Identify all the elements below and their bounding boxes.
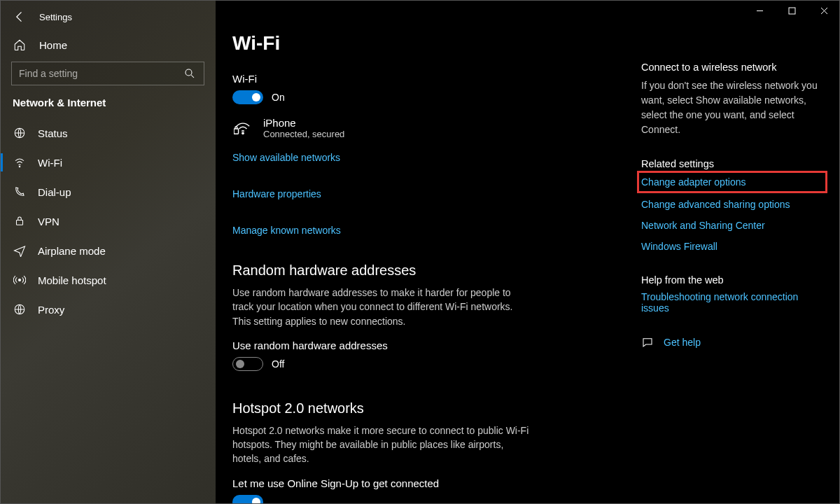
show-available-networks-link[interactable]: Show available networks <box>232 152 624 163</box>
sidebar-item-label: Airplane mode <box>38 245 106 257</box>
home-icon <box>13 38 27 52</box>
random-hw-state: Off <box>272 358 284 370</box>
sidebar-item-dialup[interactable]: Dial-up <box>0 177 216 206</box>
sidebar-item-label: Wi-Fi <box>38 157 62 169</box>
connect-heading: Connect to a wireless network <box>641 62 823 73</box>
sidebar-item-vpn[interactable]: VPN <box>0 206 216 236</box>
sidebar-item-label: VPN <box>38 216 59 227</box>
main-panel: Wi-Fi Wi-Fi On iPhone Connected, secured… <box>216 0 840 504</box>
hardware-properties-link[interactable]: Hardware properties <box>232 188 624 200</box>
change-adapter-options-link[interactable]: Change adapter options <box>641 175 823 189</box>
window-title: Settings <box>39 12 72 22</box>
wifi-icon <box>13 155 27 169</box>
vpn-icon <box>13 214 27 228</box>
svg-point-6 <box>242 132 244 134</box>
svg-point-2 <box>19 166 20 167</box>
related-heading: Related settings <box>641 158 823 169</box>
connect-text: If you don't see the wireless network yo… <box>641 78 823 137</box>
random-hw-heading: Random hardware addresses <box>232 262 624 279</box>
back-button[interactable] <box>13 10 27 24</box>
get-help-row[interactable]: Get help <box>641 336 823 349</box>
chat-icon <box>641 336 654 349</box>
change-advanced-sharing-link[interactable]: Change advanced sharing options <box>641 199 823 210</box>
sidebar-item-label: Mobile hotspot <box>38 274 106 286</box>
sidebar-item-label: Status <box>38 127 68 139</box>
sidebar-list: Status Wi-Fi Dial-up VPN Airplane mode M… <box>0 118 216 324</box>
troubleshoot-link[interactable]: Troubleshooting network connection issue… <box>641 291 823 314</box>
network-sharing-center-link[interactable]: Network and Sharing Center <box>641 220 823 231</box>
current-network[interactable]: iPhone Connected, secured <box>232 117 624 139</box>
sidebar-item-airplane[interactable]: Airplane mode <box>0 236 216 265</box>
svg-point-0 <box>186 69 192 76</box>
wifi-label: Wi-Fi <box>232 73 624 85</box>
settings-search[interactable] <box>11 62 204 85</box>
svg-rect-8 <box>789 8 795 14</box>
windows-firewall-link[interactable]: Windows Firewall <box>641 241 823 252</box>
globe-icon <box>13 126 27 140</box>
sidebar-item-status[interactable]: Status <box>0 118 216 148</box>
window-controls <box>743 0 840 21</box>
proxy-icon <box>13 302 27 316</box>
minimize-button[interactable] <box>743 0 776 21</box>
random-hw-toggle[interactable] <box>232 357 263 371</box>
search-icon <box>183 66 197 80</box>
random-hw-label: Use random hardware addresses <box>232 340 624 351</box>
hotspot20-heading: Hotspot 2.0 networks <box>232 400 624 416</box>
page-title: Wi-Fi <box>232 32 624 55</box>
wifi-secured-icon <box>232 120 253 136</box>
aside-column: Connect to a wireless network If you don… <box>641 32 823 504</box>
airplane-icon <box>13 244 27 258</box>
sidebar-home[interactable]: Home <box>0 31 216 62</box>
sidebar-home-label: Home <box>39 39 67 51</box>
wifi-toggle[interactable] <box>232 90 263 104</box>
sidebar-category: Network & Internet <box>0 97 216 118</box>
hotspot20-label: Let me use Online Sign-Up to get connect… <box>232 477 624 489</box>
sidebar-item-hotspot[interactable]: Mobile hotspot <box>0 265 216 295</box>
maximize-button[interactable] <box>776 0 808 21</box>
network-status: Connected, secured <box>263 129 344 139</box>
sidebar: Settings Home Network & Internet Status … <box>0 0 216 504</box>
network-name: iPhone <box>263 117 344 129</box>
sidebar-item-label: Proxy <box>38 304 64 316</box>
svg-rect-7 <box>234 129 238 134</box>
close-button[interactable] <box>808 0 840 21</box>
hotspot20-toggle[interactable] <box>232 495 263 504</box>
sidebar-item-label: Dial-up <box>38 186 71 198</box>
settings-search-input[interactable] <box>19 68 183 79</box>
svg-point-4 <box>19 279 21 281</box>
content-column: Wi-Fi Wi-Fi On iPhone Connected, secured… <box>232 32 641 504</box>
random-hw-desc: Use random hardware addresses to make it… <box>232 286 533 328</box>
wifi-toggle-state: On <box>272 92 285 103</box>
hotspot-icon <box>13 273 27 287</box>
sidebar-item-proxy[interactable]: Proxy <box>0 295 216 324</box>
svg-rect-3 <box>17 220 23 225</box>
help-heading: Help from the web <box>641 274 823 286</box>
dialup-icon <box>13 185 27 199</box>
get-help-label: Get help <box>664 337 701 348</box>
manage-known-networks-link[interactable]: Manage known networks <box>232 225 624 236</box>
hotspot20-desc: Hotspot 2.0 networks make it more secure… <box>232 424 533 466</box>
sidebar-item-wifi[interactable]: Wi-Fi <box>0 148 216 177</box>
